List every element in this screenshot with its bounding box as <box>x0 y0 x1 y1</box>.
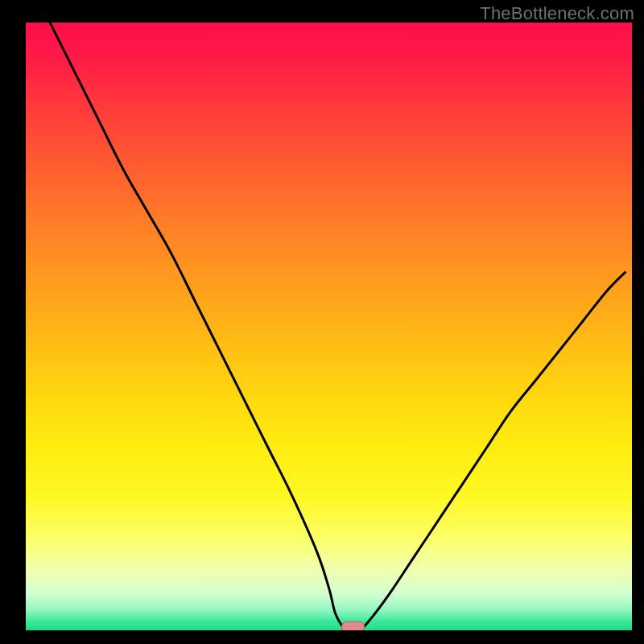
plot-area <box>26 23 632 630</box>
watermark-text: TheBottleneck.com <box>480 3 634 24</box>
chart-frame: { "watermark": "TheBottleneck.com", "col… <box>0 0 644 644</box>
optimum-marker <box>342 621 365 630</box>
gradient-background <box>26 23 632 630</box>
bottleneck-chart-svg <box>26 23 632 630</box>
